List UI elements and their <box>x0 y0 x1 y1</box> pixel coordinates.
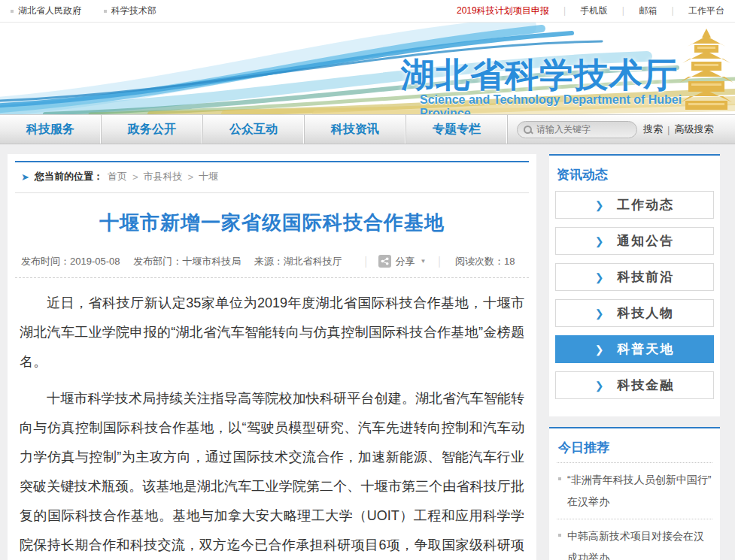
nav-item-gov-disclosure[interactable]: 政务公开 <box>102 115 203 144</box>
meta-left: 发布时间：2019-05-08 发布部门：十堰市科技局 来源：湖北省科技厅 <box>21 255 353 268</box>
site-subtitle-en: Science and Technology Department of Hub… <box>420 93 735 114</box>
chevron-right-icon: ❯ <box>595 199 604 211</box>
sidebar-item-work-dynamics[interactable]: ❯ 工作动态 <box>555 191 714 219</box>
chevron-right-icon: ❯ <box>595 380 604 392</box>
topbar-right: 2019科技计划项目申报 ｜ 手机版 ｜ 邮箱 ｜ 工作平台 <box>457 5 724 17</box>
nav-item-special-columns[interactable]: 专题专栏 <box>406 115 508 144</box>
chevron-right-icon: ❯ <box>595 271 604 283</box>
sidebar-item-label: 工作动态 <box>617 196 674 213</box>
sidebar-item-label: 科技前沿 <box>617 268 674 286</box>
sidebar-item-label: 科技人物 <box>617 304 674 322</box>
divider: ｜ <box>618 5 627 17</box>
news-category-card: 资讯动态 ❯ 工作动态 ❯ 通知公告 ❯ 科技前沿 ❯ 科技人物 ❯ 科普天地 <box>549 154 720 416</box>
chevron-right-icon: ❯ <box>595 344 604 356</box>
sidebar-item-tech-finance[interactable]: ❯ 科技金融 <box>555 371 714 399</box>
page-body: ➤ 您当前的位置： 首页 > 市县科技 > 十堰 十堰市新增一家省级国际科技合作… <box>0 144 735 560</box>
article-meta: 发布时间：2019-05-08 发布部门：十堰市科技局 来源：湖北省科技厅 ｜ … <box>15 250 529 278</box>
search-box[interactable] <box>517 121 637 138</box>
nav-item-tech-services[interactable]: 科技服务 <box>0 115 102 144</box>
link-most[interactable]: 科学技术部 <box>104 5 156 17</box>
share-icon <box>378 255 391 268</box>
chevron-right-icon: ❯ <box>595 235 604 247</box>
article-body: 近日，省科技厅新认定35家单位为2019年度湖北省国际科技合作基地，十堰市湖北汽… <box>15 278 529 560</box>
search-button[interactable]: 搜索 <box>643 123 663 136</box>
chevron-down-icon: ▼ <box>420 258 426 265</box>
divider: ｜ <box>668 5 677 17</box>
article-paragraph: 近日，省科技厅新认定35家单位为2019年度湖北省国际科技合作基地，十堰市湖北汽… <box>20 289 524 377</box>
read-count: 阅读次数：18 <box>455 255 515 268</box>
sidebar-item-tech-people[interactable]: ❯ 科技人物 <box>555 299 714 327</box>
breadcrumb-shiyan[interactable]: 十堰 <box>199 170 218 183</box>
article-panel: ➤ 您当前的位置： 首页 > 市县科技 > 十堰 十堰市新增一家省级国际科技合作… <box>8 154 536 560</box>
article-title: 十堰市新增一家省级国际科技合作基地 <box>15 193 529 250</box>
site-banner: 湖北省科学技术厅 Science and Technology Departme… <box>0 23 735 114</box>
publish-department: 发布部门：十堰市科技局 <box>133 256 241 267</box>
sidebar-item-label: 科普天地 <box>617 341 674 358</box>
sidebar: 资讯动态 ❯ 工作动态 ❯ 通知公告 ❯ 科技前沿 ❯ 科技人物 ❯ 科普天地 <box>549 154 720 560</box>
recommend-section-title: 今日推荐 <box>557 434 712 463</box>
recommend-item[interactable]: 中韩高新技术项目对接会在汉成功举办 <box>557 519 712 560</box>
breadcrumb-separator: > <box>188 171 194 183</box>
divider: | <box>667 124 670 135</box>
share-label: 分享 <box>395 255 415 268</box>
chevron-right-icon: ❯ <box>595 307 604 319</box>
today-recommend-card: 今日推荐 “非洲青年科技人员创新中国行”在汉举办 中韩高新技术项目对接会在汉成功… <box>549 427 720 560</box>
sidebar-item-notices[interactable]: ❯ 通知公告 <box>555 227 714 255</box>
search-links: 搜索 | 高级搜索 <box>643 123 713 136</box>
recommend-item[interactable]: “非洲青年科技人员创新中国行”在汉举办 <box>557 463 712 519</box>
bullet-icon <box>11 10 14 13</box>
bullet-icon <box>104 10 107 13</box>
sidebar-item-label: 科技金融 <box>617 377 674 394</box>
top-utility-bar: 湖北省人民政府 科学技术部 2019科技计划项目申报 ｜ 手机版 ｜ 邮箱 ｜ … <box>0 0 735 23</box>
article-paragraph: 十堰市科学技术局持续关注指导高等院校加快科研平台创建。湖北省汽车智能转向与仿真控… <box>20 384 524 560</box>
sidebar-item-label: 通知公告 <box>617 232 674 250</box>
site-title: 湖北省科学技术厅 <box>401 53 678 98</box>
breadcrumb: ➤ 您当前的位置： 首页 > 市县科技 > 十堰 <box>15 161 529 193</box>
share-button[interactable]: 分享 ▼ <box>378 255 426 268</box>
link-work-platform[interactable]: 工作平台 <box>688 5 724 17</box>
breadcrumb-city-tech[interactable]: 市县科技 <box>144 170 183 183</box>
breadcrumb-arrow-icon: ➤ <box>21 171 29 183</box>
sidebar-item-tech-frontier[interactable]: ❯ 科技前沿 <box>555 263 714 291</box>
search-input[interactable] <box>536 124 627 135</box>
main-nav: 科技服务 政务公开 公众互动 科技资讯 专题专栏 搜索 | 高级搜索 <box>0 114 735 144</box>
publish-time: 发布时间：2019-05-08 <box>21 256 120 267</box>
link-most-label: 科学技术部 <box>111 5 156 17</box>
breadcrumb-label: 您当前的位置： <box>35 170 103 183</box>
nav-item-public-interaction[interactable]: 公众互动 <box>203 115 305 144</box>
source: 来源：湖北省科技厅 <box>254 256 342 267</box>
link-2019-project-apply[interactable]: 2019科技计划项目申报 <box>457 5 549 17</box>
divider: ｜ <box>560 5 569 17</box>
link-hubei-gov[interactable]: 湖北省人民政府 <box>11 5 81 17</box>
nav-search-area: 搜索 | 高级搜索 <box>508 115 735 144</box>
breadcrumb-home[interactable]: 首页 <box>108 170 127 183</box>
divider: ｜ <box>433 254 445 268</box>
topbar-left: 湖北省人民政府 科学技术部 <box>11 5 175 17</box>
link-hubei-gov-label: 湖北省人民政府 <box>18 5 81 17</box>
breadcrumb-separator: > <box>132 171 138 183</box>
news-section-title: 资讯动态 <box>555 163 714 191</box>
search-icon <box>524 126 532 134</box>
sidebar-item-science-popularization[interactable]: ❯ 科普天地 <box>555 335 714 363</box>
advanced-search-link[interactable]: 高级搜索 <box>674 123 713 136</box>
nav-item-tech-news[interactable]: 科技资讯 <box>305 115 406 144</box>
divider: ｜ <box>360 254 372 268</box>
link-mailbox[interactable]: 邮箱 <box>639 5 657 17</box>
link-mobile-version[interactable]: 手机版 <box>580 5 607 17</box>
